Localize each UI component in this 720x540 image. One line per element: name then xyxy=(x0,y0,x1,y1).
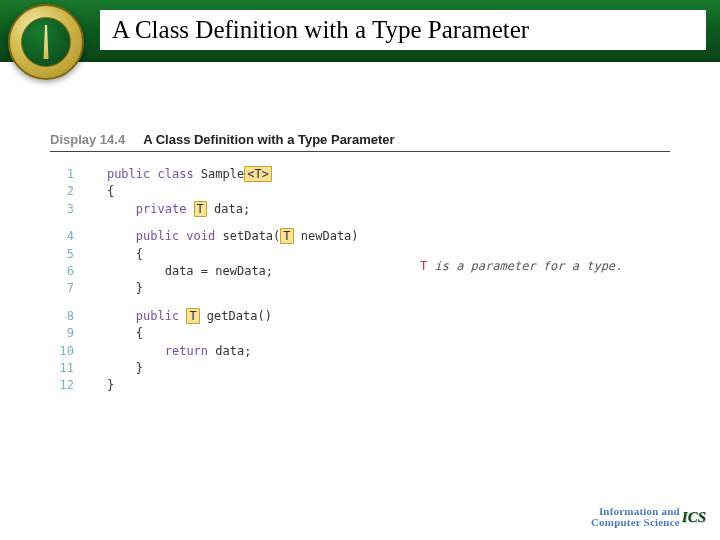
code-line: 7 } xyxy=(50,280,670,297)
code-line: 11 } xyxy=(50,360,670,377)
line-number: 6 xyxy=(50,263,78,280)
annotation-rest: is a parameter for a type. xyxy=(427,259,622,273)
code-line: 9 { xyxy=(50,325,670,342)
code-text: private T data; xyxy=(78,201,670,218)
department-logo: Information and Computer Science ICS xyxy=(591,506,706,528)
code-text: public void setData(T newData) xyxy=(78,228,670,245)
code-text: } xyxy=(78,377,670,394)
line-number: 8 xyxy=(50,308,78,325)
code-line: 1 public class Sample<T> xyxy=(50,166,670,183)
code-text: public T getData() xyxy=(78,308,670,325)
code-blank-line xyxy=(50,218,670,228)
display-heading: Display 14.4 A Class Definition with a T… xyxy=(50,132,670,152)
code-line: 12 } xyxy=(50,377,670,394)
line-number: 7 xyxy=(50,280,78,297)
code-line: 10 return data; xyxy=(50,343,670,360)
slide-title: A Class Definition with a Type Parameter xyxy=(112,16,529,44)
code-listing: T is a parameter for a type. 1 public cl… xyxy=(50,166,670,395)
department-line2: Computer Science xyxy=(591,517,680,528)
code-text: { xyxy=(78,325,670,342)
code-text: public class Sample<T> xyxy=(78,166,670,183)
type-param-annotation: T is a parameter for a type. xyxy=(420,258,622,275)
university-logo xyxy=(8,4,84,80)
code-text: } xyxy=(78,280,670,297)
line-number: 3 xyxy=(50,201,78,218)
code-line: 4 public void setData(T newData) xyxy=(50,228,670,245)
code-text: return data; xyxy=(78,343,670,360)
content-area: Display 14.4 A Class Definition with a T… xyxy=(0,62,720,395)
code-text: { xyxy=(78,183,670,200)
code-text: } xyxy=(78,360,670,377)
ics-badge: ICS xyxy=(682,509,706,526)
line-number: 1 xyxy=(50,166,78,183)
line-number: 11 xyxy=(50,360,78,377)
line-number: 10 xyxy=(50,343,78,360)
code-blank-line xyxy=(50,298,670,308)
code-line: 2 { xyxy=(50,183,670,200)
header-bar: A Class Definition with a Type Parameter xyxy=(0,0,720,62)
line-number: 4 xyxy=(50,228,78,245)
code-line: 8 public T getData() xyxy=(50,308,670,325)
line-number: 12 xyxy=(50,377,78,394)
display-number: Display 14.4 xyxy=(50,132,125,147)
display-caption: A Class Definition with a Type Parameter xyxy=(143,132,394,147)
title-block: A Class Definition with a Type Parameter xyxy=(100,10,706,50)
line-number: 9 xyxy=(50,325,78,342)
line-number: 2 xyxy=(50,183,78,200)
code-line: 3 private T data; xyxy=(50,201,670,218)
line-number: 5 xyxy=(50,246,78,263)
department-text: Information and Computer Science xyxy=(591,506,680,528)
